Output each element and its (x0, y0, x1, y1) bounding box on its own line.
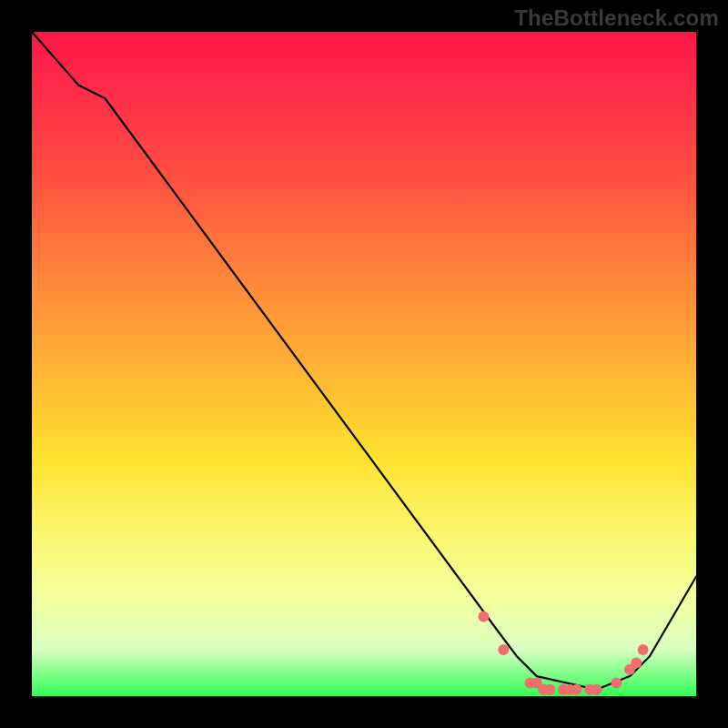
marker-dot (611, 677, 622, 688)
chart-svg (32, 32, 696, 696)
marker-dot (638, 644, 649, 655)
plot-area (32, 32, 696, 696)
marker-dot (478, 611, 489, 622)
bottleneck-curve-line (32, 32, 696, 690)
marker-dot (592, 684, 602, 695)
marker-dot (544, 684, 555, 695)
marker-dot (571, 684, 582, 695)
watermark-text: TheBottleneck.com (514, 5, 719, 31)
marker-dot (498, 644, 509, 655)
chart-frame: TheBottleneck.com (0, 0, 728, 728)
marker-dot (631, 658, 642, 669)
